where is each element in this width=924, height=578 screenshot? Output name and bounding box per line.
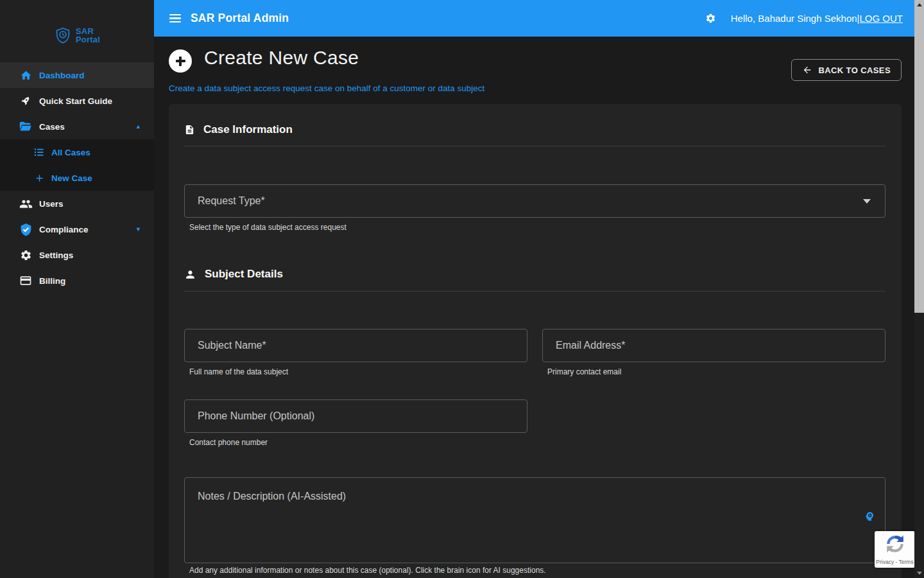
folder-open-icon	[19, 119, 33, 134]
scrollbar-down-button[interactable]	[914, 568, 924, 578]
divider	[184, 146, 886, 146]
chevron-down-icon	[863, 199, 871, 204]
phone-helper: Contact phone number	[189, 438, 268, 447]
sidebar-nav: Dashboard Quick Start Guide	[0, 62, 154, 293]
request-type-helper: Select the type of data subject access r…	[189, 223, 346, 232]
recaptcha-privacy-terms-link[interactable]: Privacy - Terms	[876, 559, 913, 565]
subject-name-helper: Full name of the data subject	[189, 367, 288, 376]
sidebar-item-new-case[interactable]: New Case	[0, 165, 154, 191]
notes-textarea[interactable]	[184, 477, 886, 563]
main-content: Create New Case Create a data subject ac…	[154, 37, 914, 578]
logo-text: SAR Portal	[76, 27, 100, 44]
chevron-up-icon: ▲	[135, 123, 141, 130]
logout-link[interactable]: |LOG OUT	[857, 13, 903, 24]
shield-check-icon	[19, 223, 33, 236]
ai-brain-icon[interactable]	[864, 511, 875, 522]
page-subtitle: Create a data subject access request cas…	[169, 83, 484, 93]
gear-icon	[19, 249, 33, 261]
sidebar-item-quick-start-guide[interactable]: Quick Start Guide	[0, 88, 154, 114]
user-greeting: Hello, Bahadur Singh Sekhon	[731, 13, 857, 24]
sidebar-item-all-cases[interactable]: All Cases	[0, 139, 154, 165]
rocket-icon	[19, 95, 33, 107]
back-to-cases-button[interactable]: BACK TO CASES	[791, 59, 902, 81]
scrollbar-up-button[interactable]	[914, 0, 924, 10]
sidebar-item-billing[interactable]: Billing	[0, 268, 154, 293]
recaptcha-logo-icon	[884, 533, 906, 555]
topbar: SAR Portal Admin Hello, Bahadur Singh Se…	[154, 0, 914, 37]
email-helper: Primary contact email	[547, 367, 621, 376]
notes-field-wrapper	[184, 477, 886, 563]
sidebar-item-cases[interactable]: Cases ▲	[0, 114, 154, 139]
request-type-select[interactable]: Request Type*	[184, 184, 886, 218]
divider	[184, 291, 886, 292]
cases-submenu: All Cases New Case	[0, 139, 154, 191]
app-window: SAR Portal Dashboard Quick Start Guide	[0, 0, 924, 578]
document-icon	[184, 123, 195, 136]
credit-card-icon	[19, 274, 33, 287]
plus-icon	[32, 173, 46, 184]
home-icon	[19, 69, 33, 82]
case-information-section-header: Case Information	[184, 123, 293, 136]
create-case-plus-icon	[169, 49, 192, 73]
hamburger-menu-icon[interactable]	[169, 12, 181, 25]
sidebar-item-compliance[interactable]: Compliance ▼	[0, 216, 154, 242]
notes-helper: Add any additional information or notes …	[189, 566, 546, 575]
page-title: Create New Case	[204, 47, 359, 69]
arrow-left-icon	[802, 65, 812, 75]
users-icon	[19, 197, 33, 211]
app-title: SAR Portal Admin	[191, 12, 289, 25]
scrollbar-thumb[interactable]	[914, 10, 924, 313]
settings-gear-icon[interactable]	[705, 13, 716, 24]
sidebar: SAR Portal Dashboard Quick Start Guide	[0, 0, 154, 578]
email-address-input[interactable]	[542, 329, 886, 362]
vertical-scrollbar	[914, 0, 924, 578]
shield-clock-logo-icon	[54, 26, 72, 44]
create-case-form-card: Case Information Request Type* Select th…	[169, 104, 902, 578]
recaptcha-badge: Privacy - Terms	[875, 531, 915, 568]
phone-number-input[interactable]	[184, 399, 527, 433]
sidebar-item-dashboard[interactable]: Dashboard	[0, 62, 154, 88]
app-logo: SAR Portal	[0, 0, 154, 51]
chevron-down-icon: ▼	[135, 226, 141, 232]
sidebar-item-users[interactable]: Users	[0, 191, 154, 216]
sidebar-item-settings[interactable]: Settings	[0, 242, 154, 268]
person-icon	[184, 268, 196, 281]
subject-name-input[interactable]	[184, 329, 527, 362]
list-icon	[32, 146, 46, 158]
subject-details-section-header: Subject Details	[184, 268, 283, 281]
